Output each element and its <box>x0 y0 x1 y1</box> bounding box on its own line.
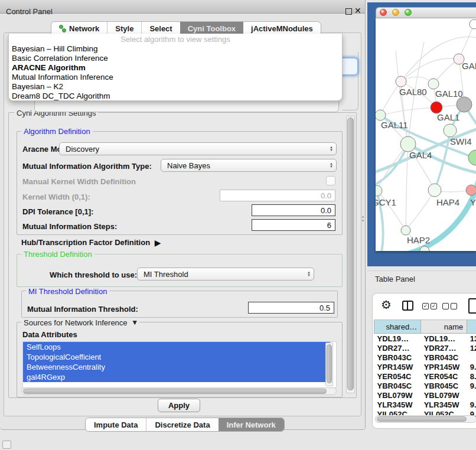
table-row[interactable]: YBL079WYBL079W <box>374 390 476 400</box>
table-cell[interactable]: 9. <box>467 400 476 409</box>
attributes-scrollbar-thumb[interactable] <box>327 344 332 383</box>
mi-steps-field[interactable] <box>252 219 335 231</box>
list-item[interactable]: gal4RGexp <box>23 372 330 382</box>
table-header-row[interactable]: shared…nameA <box>374 320 476 334</box>
gear-icon[interactable]: ⚙ <box>381 299 392 311</box>
table-cell[interactable]: YDL19… <box>374 334 421 344</box>
close-icon[interactable]: ✕ <box>354 6 361 15</box>
settings-vertical-scrollbar[interactable] <box>346 116 355 393</box>
table-row[interactable]: YDL19…YDL19…13 <box>374 334 476 344</box>
aracne-mode-combo[interactable]: Discovery ▲▼ <box>59 142 337 155</box>
table-cell[interactable] <box>467 353 476 362</box>
bottom-tab-infer-network[interactable]: Infer Network <box>219 418 284 431</box>
table-cell[interactable]: YLR345W <box>421 400 467 409</box>
which-threshold-combo[interactable]: MI Threshold ▲▼ <box>137 268 314 281</box>
table-horizontal-scrollbar[interactable] <box>375 415 476 423</box>
menu-item[interactable]: Mutual Information Inference <box>9 73 342 82</box>
table-cell[interactable]: YER054C <box>421 371 467 381</box>
mini-panel-icon[interactable] <box>2 441 11 449</box>
table-cell[interactable] <box>467 390 476 400</box>
table-cell[interactable]: YBR043C <box>374 353 421 362</box>
bottom-tab-impute-data[interactable]: Impute Data <box>86 418 146 431</box>
sources-group-title[interactable]: Sources for Network Inference ▼ <box>21 318 139 327</box>
network-window-titlebar[interactable] <box>376 7 476 18</box>
network-edge[interactable] <box>406 190 435 230</box>
network-node-hap4[interactable] <box>428 184 441 197</box>
table-cell[interactable]: YER054C <box>374 371 421 381</box>
network-node-gal1[interactable] <box>431 102 442 113</box>
network-node-swi4[interactable] <box>444 124 457 137</box>
table-cell[interactable]: YBL079W <box>421 390 467 400</box>
table-cell[interactable]: YDL19… <box>421 334 467 344</box>
table-row[interactable]: YBR045CYBR045C9. <box>374 381 476 390</box>
network-node-y[interactable] <box>466 185 476 195</box>
table-horizontal-scrollbar-thumb[interactable] <box>377 416 467 422</box>
bottom-tab-discretize-data[interactable]: Discretize Data <box>146 418 218 431</box>
attributes-scrollbar[interactable] <box>325 343 333 386</box>
table-cell[interactable]: 8. <box>467 371 476 381</box>
table-cell[interactable]: YDR27… <box>421 343 467 353</box>
column-layout-icon[interactable] <box>402 301 413 311</box>
minimize-traffic-light[interactable] <box>392 9 399 16</box>
splitter-handle[interactable] <box>362 220 364 221</box>
table-cell[interactable]: YBR045C <box>374 381 421 390</box>
network-edge[interactable] <box>459 24 474 59</box>
settings-vertical-scrollbar-thumb[interactable] <box>347 118 354 390</box>
table-cell[interactable]: 9. <box>467 381 476 390</box>
table-column-header[interactable]: name <box>421 320 467 334</box>
kernel-width-field[interactable] <box>220 190 335 201</box>
table-cell[interactable]: 13 <box>467 334 476 344</box>
collapse-down-icon[interactable]: ▼ <box>131 318 138 327</box>
network-node-gal10[interactable] <box>428 79 439 89</box>
menu-item[interactable]: Basic Correlation Inference <box>9 54 342 63</box>
table-column-header[interactable]: shared… <box>374 320 421 334</box>
menu-item[interactable]: Bayesian – K2 <box>9 82 342 92</box>
unchecked-checkbox-icon[interactable] <box>451 303 457 309</box>
splitter-handle[interactable] <box>362 216 364 218</box>
table-row[interactable]: YDR27…YDR27…12 <box>374 343 476 353</box>
list-item[interactable]: BetweennessCentrality <box>23 362 330 372</box>
table-cell[interactable]: YBR045C <box>421 381 467 390</box>
network-edge[interactable] <box>377 144 408 191</box>
network-node-hap2[interactable] <box>401 226 410 235</box>
manual-kernel-width-checkbox[interactable] <box>326 176 335 185</box>
table-cell[interactable]: YBL079W <box>374 390 421 400</box>
menu-item[interactable]: Bayesian – Hill Climbing <box>9 44 342 54</box>
checked-checkbox-icon[interactable]: ✓ <box>431 303 437 309</box>
network-node-gal80[interactable] <box>396 76 406 87</box>
expand-right-icon[interactable]: ▶ <box>155 238 161 247</box>
network-edge[interactable] <box>380 107 436 115</box>
zoom-traffic-light[interactable] <box>405 9 412 16</box>
menu-item[interactable]: ARACNE Algorithm <box>9 63 342 73</box>
table-row[interactable]: YER054CYER054C8. <box>374 371 476 381</box>
close-traffic-light[interactable] <box>380 9 387 16</box>
settings-horizontal-scrollbar[interactable] <box>21 387 337 395</box>
table-column-header[interactable]: A <box>467 320 476 334</box>
float-window-icon[interactable] <box>345 8 352 15</box>
hidden-combo-bottom[interactable] <box>34 99 339 112</box>
mi-algorithm-type-combo[interactable]: Naive Bayes ▲▼ <box>161 159 337 172</box>
table-cell[interactable]: YDR27… <box>374 343 421 353</box>
network-node[interactable] <box>470 19 476 29</box>
network-node-gcy1[interactable] <box>376 185 382 196</box>
network-node-gal11[interactable] <box>376 110 386 120</box>
mi-threshold-field[interactable] <box>248 302 334 314</box>
table-cell[interactable]: YPR145W <box>421 362 467 371</box>
unchecked-checkbox-icon[interactable] <box>442 303 449 309</box>
table-row[interactable]: YLR345WYLR345W9. <box>374 400 476 409</box>
table-cell[interactable]: YPR145W <box>374 362 421 371</box>
network-edge[interactable] <box>401 37 476 81</box>
table-cell[interactable]: YBR043C <box>421 353 467 362</box>
network-node[interactable] <box>457 97 472 112</box>
table-cell[interactable]: YLR345W <box>374 400 421 409</box>
apply-button[interactable]: Apply <box>158 399 200 412</box>
table-row[interactable]: YBR043CYBR043C <box>374 353 476 362</box>
document-icon[interactable] <box>468 298 476 314</box>
table-row[interactable]: YPR145WYPR145W9. <box>374 362 476 371</box>
dpi-tolerance-field[interactable] <box>252 204 335 216</box>
node-attribute-table[interactable]: shared…nameA YDL19…YDL19…13YDR27…YDR27…1… <box>374 319 476 419</box>
menu-item[interactable]: Dream8 DC_TDC Algorithm <box>9 92 342 101</box>
checked-checkbox-icon[interactable]: ✓ <box>422 303 429 309</box>
network-node[interactable] <box>468 150 476 165</box>
network-edge[interactable] <box>406 144 408 230</box>
